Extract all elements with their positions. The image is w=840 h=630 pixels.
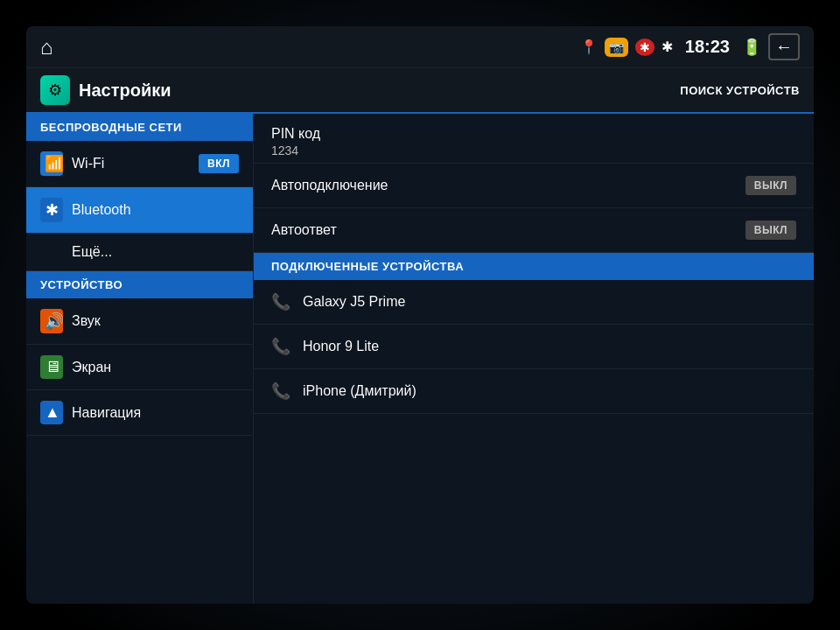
- device-item-iphone[interactable]: 📞 iPhone (Дмитрий): [254, 369, 814, 414]
- phone-icon-honor: 📞: [271, 337, 290, 356]
- home-icon[interactable]: ⌂: [40, 35, 53, 60]
- topbar-left: ⌂: [40, 35, 53, 60]
- sidebar-bluetooth-label: Bluetooth: [72, 202, 131, 218]
- nav-icon: ▲: [40, 401, 63, 424]
- settings-icon-box: ⚙: [40, 75, 70, 105]
- bluetooth-status-icon: ✱: [662, 38, 673, 55]
- sidebar-item-more[interactable]: Ещё...: [26, 234, 253, 271]
- sidebar-item-navigation[interactable]: ▲ Навигация: [26, 390, 253, 436]
- back-button[interactable]: ←: [768, 33, 800, 60]
- topbar-right: 📍 📷 ✱ ✱ 18:23 🔋 ←: [580, 33, 800, 60]
- music-icon: ✱: [635, 38, 654, 56]
- device-name-galaxy: Galaxy J5 Prime: [303, 294, 405, 310]
- sidebar-section-wireless: БЕСПРОВОДНЫЕ СЕТИ: [26, 114, 253, 141]
- auto-answer-label: Автоответ: [271, 222, 746, 238]
- sidebar-screen-label: Экран: [72, 360, 111, 375]
- sidebar: БЕСПРОВОДНЫЕ СЕТИ 📶 Wi-Fi ВКЛ ✱ Bluetoot…: [26, 114, 254, 604]
- phone-icon-galaxy: 📞: [271, 292, 290, 312]
- search-devices-button[interactable]: ПОИСК УСТРОЙСТВ: [680, 84, 800, 97]
- device-name-honor: Honor 9 Lite: [303, 339, 379, 354]
- connected-devices-header: ПОДКЛЮЧЕННЫЕ УСТРОЙСТВА: [254, 253, 814, 280]
- right-panel: PIN код 1234 Автоподключение ВЫКЛ Автоот…: [254, 114, 814, 604]
- camera-icon: 📷: [605, 38, 628, 57]
- sidebar-item-wifi[interactable]: 📶 Wi-Fi ВКЛ: [26, 141, 253, 187]
- auto-connect-row: Автоподключение ВЫКЛ: [254, 164, 814, 208]
- sidebar-sound-label: Звук: [72, 313, 101, 329]
- more-label: Ещё...: [40, 244, 112, 260]
- sidebar-section-device: УСТРОЙСТВО: [26, 271, 253, 298]
- wifi-toggle-button[interactable]: ВКЛ: [199, 154, 239, 173]
- device-name-iphone: iPhone (Дмитрий): [303, 383, 416, 399]
- auto-answer-toggle[interactable]: ВЫКЛ: [746, 220, 796, 240]
- sidebar-wifi-label: Wi-Fi: [72, 156, 104, 172]
- main-content: БЕСПРОВОДНЫЕ СЕТИ 📶 Wi-Fi ВКЛ ✱ Bluetoot…: [26, 114, 814, 604]
- device-item-galaxy[interactable]: 📞 Galaxy J5 Prime: [254, 280, 814, 325]
- pin-label: PIN код: [271, 126, 796, 142]
- phone-icon-iphone: 📞: [271, 382, 290, 401]
- sidebar-nav-label: Навигация: [72, 405, 141, 421]
- screen-icon: 🖥: [40, 355, 63, 379]
- sidebar-item-sound[interactable]: 🔊 Звук: [26, 298, 253, 345]
- auto-connect-toggle[interactable]: ВЫКЛ: [746, 176, 796, 195]
- topbar: ⌂ 📍 📷 ✱ ✱ 18:23 🔋 ←: [26, 26, 814, 68]
- sidebar-item-bluetooth[interactable]: ✱ Bluetooth: [26, 187, 253, 234]
- settings-icon: ⚙: [48, 80, 62, 100]
- location-icon: 📍: [580, 38, 598, 55]
- sidebar-item-screen[interactable]: 🖥 Экран: [26, 345, 253, 390]
- sound-icon: 🔊: [40, 309, 63, 333]
- clock-display: 18:23: [685, 37, 730, 57]
- auto-connect-label: Автоподключение: [271, 178, 746, 193]
- settings-header: ⚙ Настройки ПОИСК УСТРОЙСТВ: [26, 68, 814, 114]
- pin-value: 1234: [271, 144, 796, 158]
- wifi-icon: 📶: [40, 151, 63, 176]
- battery-icon: 🔋: [742, 38, 761, 57]
- page-title: Настройки: [79, 80, 172, 101]
- auto-answer-row: Автоответ ВЫКЛ: [254, 208, 814, 253]
- device-item-honor[interactable]: 📞 Honor 9 Lite: [254, 325, 814, 369]
- bluetooth-icon: ✱: [40, 198, 63, 222]
- pin-section: PIN код 1234: [254, 114, 814, 164]
